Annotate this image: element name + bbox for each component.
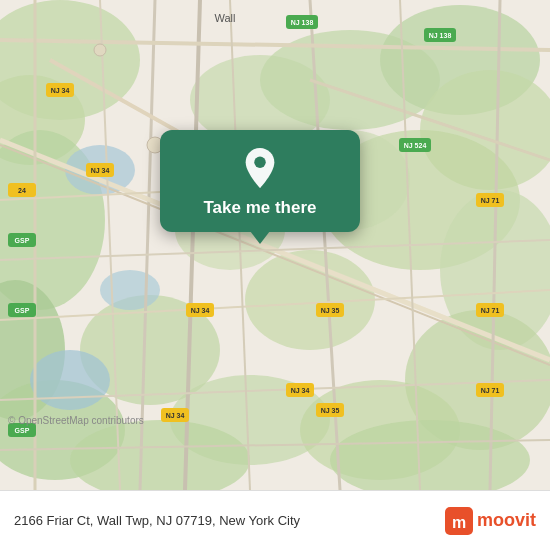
copyright-text: © OpenStreetMap contributors bbox=[8, 415, 144, 426]
moovit-icon: m bbox=[445, 507, 473, 535]
svg-point-23 bbox=[100, 270, 160, 310]
svg-text:NJ 34: NJ 34 bbox=[91, 167, 110, 174]
svg-text:NJ 524: NJ 524 bbox=[404, 142, 427, 149]
popup-label: Take me there bbox=[203, 198, 316, 218]
svg-text:Wall: Wall bbox=[215, 12, 236, 24]
svg-text:NJ 34: NJ 34 bbox=[291, 387, 310, 394]
svg-text:GSP: GSP bbox=[15, 307, 30, 314]
svg-text:m: m bbox=[452, 514, 466, 531]
svg-text:NJ 71: NJ 71 bbox=[481, 197, 500, 204]
svg-text:NJ 34: NJ 34 bbox=[191, 307, 210, 314]
svg-text:NJ 138: NJ 138 bbox=[429, 32, 452, 39]
svg-text:NJ 34: NJ 34 bbox=[166, 412, 185, 419]
svg-point-79 bbox=[254, 157, 265, 168]
location-pin-icon bbox=[241, 146, 279, 190]
svg-text:GSP: GSP bbox=[15, 427, 30, 434]
svg-point-22 bbox=[30, 350, 110, 410]
bottom-bar: 2166 Friar Ct, Wall Twp, NJ 07719, New Y… bbox=[0, 490, 550, 550]
svg-text:24: 24 bbox=[18, 187, 26, 194]
svg-text:NJ 71: NJ 71 bbox=[481, 387, 500, 394]
svg-text:NJ 71: NJ 71 bbox=[481, 307, 500, 314]
svg-text:NJ 138: NJ 138 bbox=[291, 19, 314, 26]
svg-text:NJ 34: NJ 34 bbox=[51, 87, 70, 94]
address-text: 2166 Friar Ct, Wall Twp, NJ 07719, New Y… bbox=[14, 513, 445, 528]
svg-text:GSP: GSP bbox=[15, 237, 30, 244]
map-container: NJ 34 NJ 34 NJ 34 NJ 34 NJ 34 NJ 35 NJ 3… bbox=[0, 0, 550, 490]
svg-point-78 bbox=[94, 44, 106, 56]
popup-card[interactable]: Take me there bbox=[160, 130, 360, 232]
moovit-logo: m moovit bbox=[445, 507, 536, 535]
moovit-brand-text: moovit bbox=[477, 510, 536, 531]
svg-text:NJ 35: NJ 35 bbox=[321, 307, 340, 314]
svg-text:NJ 35: NJ 35 bbox=[321, 407, 340, 414]
